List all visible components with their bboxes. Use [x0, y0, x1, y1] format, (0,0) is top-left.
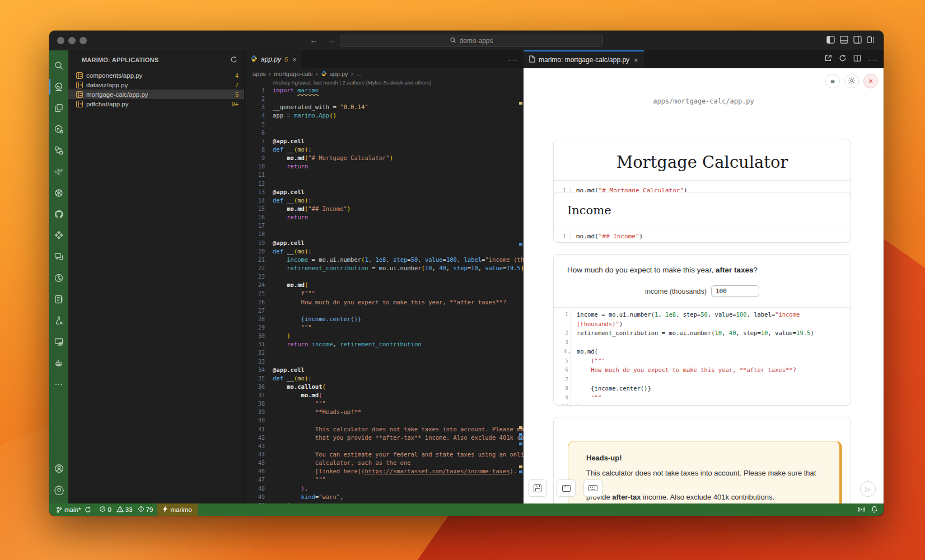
breadcrumb-segment[interactable]: mortgage-calc [274, 70, 313, 77]
code-line[interactable]: 26 How much do you expect to make this y… [245, 298, 524, 307]
breadcrumb[interactable]: apps›mortgage-calc›app.py›… [245, 68, 524, 79]
activity-item-marimo[interactable] [49, 76, 68, 97]
breadcrumb-segment[interactable]: apps [253, 70, 266, 77]
activity-item-terraform[interactable] [49, 161, 68, 182]
activity-item-play-branch[interactable] [49, 267, 68, 289]
code-line[interactable]: 47 """ [245, 476, 524, 484]
code-line[interactable]: 8def __(mo): [245, 145, 524, 154]
file-item-mortgage-calc-app-py[interactable]: mortgage-calc/app.py5 [68, 90, 244, 99]
activity-item-comments[interactable] [49, 246, 68, 267]
toggle-sidebar-icon[interactable] [826, 36, 835, 44]
broadcast-icon[interactable] [858, 506, 865, 514]
marimo-shutdown-button[interactable]: × [863, 74, 878, 88]
code-line[interactable]: 50 ) [245, 501, 524, 503]
breadcrumb-segment[interactable]: … [356, 70, 362, 77]
run-app-button[interactable]: ▷ [860, 481, 876, 497]
code-line[interactable]: 24 mo.md( [245, 281, 524, 289]
activity-item-settings[interactable] [49, 479, 68, 500]
tab-app-py[interactable]: app.py 5 × [245, 50, 303, 68]
file-item-components-app-py[interactable]: components/app.py4 [68, 70, 244, 80]
close-window-button[interactable] [57, 37, 64, 44]
code-line[interactable]: 39 **Heads-up!** [245, 408, 524, 416]
code-line[interactable]: 9 mo.md("# Mortgage Calculator") [245, 154, 524, 162]
code-line[interactable]: 10 return [245, 162, 524, 171]
code-line[interactable]: 37 mo.md( [245, 391, 524, 399]
code-line[interactable]: 34@app.cell [245, 366, 524, 374]
code-line[interactable]: 38 """ [245, 399, 524, 408]
code-line[interactable]: 18 [245, 230, 524, 238]
split-editor-icon[interactable] [853, 54, 861, 64]
file-item-dataviz-app-py[interactable]: dataviz/app.py7 [68, 80, 244, 90]
code-line[interactable]: 7@app.cell [245, 137, 524, 145]
toggle-panel-icon[interactable] [840, 36, 848, 44]
code-line[interactable]: 27 [245, 307, 524, 315]
code-line[interactable]: 43 [245, 442, 524, 450]
code-line[interactable]: 30 ) [245, 332, 524, 340]
activity-item-record-session[interactable] [49, 119, 68, 140]
code-line[interactable]: 10) [554, 402, 851, 406]
code-line[interactable]: (thousands)") [554, 319, 851, 329]
save-button[interactable] [528, 479, 547, 497]
refresh-icon[interactable] [230, 56, 237, 64]
open-in-browser-icon[interactable] [824, 54, 832, 64]
activity-item-org-chart[interactable] [49, 140, 68, 161]
webview-more-actions-icon[interactable]: ··· [868, 55, 877, 64]
history-back-button[interactable]: ← [310, 34, 318, 46]
code-line[interactable]: 49 kind="warn", [245, 493, 524, 501]
editor-more-actions-icon[interactable]: ··· [508, 55, 517, 64]
problems-status[interactable]: 0 33 79 [95, 506, 157, 514]
customize-layout-icon[interactable] [867, 36, 875, 44]
code-line[interactable]: 23 [245, 272, 524, 281]
activity-item-gems[interactable] [49, 225, 68, 246]
activity-item-notebook[interactable] [49, 289, 68, 310]
activity-item-sphere[interactable] [49, 182, 68, 204]
code-line[interactable]: 22 retirement_contribution = mo.ui.numbe… [245, 264, 524, 272]
history-forward-button[interactable]: → [327, 34, 335, 46]
code-line[interactable]: 9 """ [554, 393, 851, 403]
code-line[interactable]: 8 {income.center()} [554, 384, 851, 393]
activity-item-remote-monitor[interactable] [49, 331, 68, 352]
code-line[interactable]: 32 [245, 349, 524, 357]
activity-item-docker[interactable] [49, 352, 68, 374]
code-line[interactable]: 6 [245, 129, 524, 137]
activity-item-test-flask[interactable] [49, 310, 68, 331]
code-line[interactable]: 46 [linked here](https://smartasset.com/… [245, 467, 524, 476]
code-line[interactable]: 4app = marimo.App() [245, 111, 524, 120]
code-line[interactable]: 17 [245, 222, 524, 230]
file-item-pdfchat-app-py[interactable]: pdfchat/app.py9+ [68, 99, 244, 109]
git-branch-status[interactable]: main* [49, 503, 95, 516]
code-line[interactable]: 4⌄mo.md( [554, 347, 851, 356]
code-line[interactable]: 14def __(mo): [245, 196, 524, 205]
toggle-secondary-sidebar-icon[interactable] [853, 36, 862, 44]
code-line[interactable]: 40 [245, 416, 524, 425]
code-line[interactable]: 3 [554, 338, 851, 347]
code-line[interactable]: 2retirement_contribution = mo.ui.number(… [554, 328, 851, 338]
code-line[interactable]: 48 ), [245, 484, 524, 493]
code-line[interactable]: 11 [245, 171, 524, 179]
code-line[interactable]: 31 return income, retirement_contributio… [245, 340, 524, 349]
activity-item-more[interactable] [49, 374, 68, 395]
code-line[interactable]: 36 mo.callout( [245, 383, 524, 391]
code-line[interactable]: 29 """ [245, 323, 524, 332]
code-line[interactable]: 1income = mo.ui.number(1, 1e8, step=50, … [554, 310, 851, 319]
minimize-window-button[interactable] [68, 37, 76, 44]
code-editor[interactable]: Akshay Agrawal, last month | 2 authors (… [245, 79, 524, 503]
notifications-bell-icon[interactable] [871, 506, 878, 514]
code-line[interactable]: 33 [245, 357, 524, 366]
code-line[interactable]: 3__generated_with = "0.0.14" [245, 103, 524, 111]
marimo-menu-button[interactable]: ≡ [825, 74, 840, 88]
command-center-search[interactable]: demo-apps [340, 35, 603, 47]
activity-item-copy-files[interactable] [49, 97, 68, 119]
cell-code[interactable]: 1income = mo.ui.number(1, 1e8, step=50, … [554, 307, 851, 406]
reload-icon[interactable] [839, 54, 847, 64]
marimo-settings-button[interactable] [844, 74, 859, 88]
activity-item-search[interactable] [49, 55, 68, 76]
code-line[interactable]: 5 [245, 120, 524, 129]
code-line[interactable]: 42 that you provide **after-tax** income… [245, 434, 524, 442]
code-line[interactable]: 41 This calculator does not take taxes i… [245, 425, 524, 434]
activity-item-account[interactable] [49, 458, 68, 479]
income-number-input[interactable]: 100 [711, 285, 759, 297]
breadcrumb-segment[interactable]: app.py [330, 70, 348, 77]
code-line[interactable]: 44 You can estimate your federal and sta… [245, 450, 524, 459]
keyboard-shortcuts-button[interactable] [583, 479, 602, 497]
